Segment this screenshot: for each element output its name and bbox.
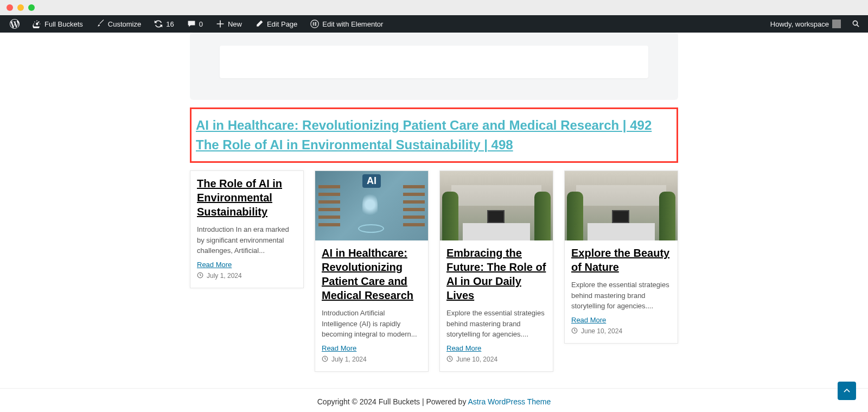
site-name-link[interactable]: Full Buckets [27, 15, 88, 33]
plus-icon [216, 20, 225, 28]
post-title-link[interactable]: Explore the Beauty of Nature [571, 246, 671, 274]
svg-rect-4 [315, 25, 316, 26]
svg-rect-3 [315, 23, 316, 24]
edit-elementor-label: Edit with Elementor [322, 20, 383, 28]
comment-icon [187, 20, 196, 28]
read-more-link[interactable]: Read More [322, 344, 356, 352]
post-title-link[interactable]: Embracing the Future: The Role of AI in … [446, 246, 546, 302]
post-title-link[interactable]: AI in Healthcare: Revolutionizing Patien… [322, 246, 422, 302]
copyright-text: Copyright © 2024 Full Buckets | Powered … [317, 397, 468, 406]
clock-icon [446, 356, 453, 364]
comments-count: 0 [199, 20, 203, 28]
edit-page-label: Edit Page [267, 20, 297, 28]
elementor-icon [310, 20, 319, 28]
post-title-link[interactable]: The Role of AI in Environmental Sustaina… [197, 176, 297, 219]
post-excerpt: Explore the essential strategies behind … [446, 308, 546, 340]
post-date-label: July 1, 2024 [331, 356, 367, 363]
post-thumbnail[interactable] [565, 171, 678, 240]
post-card: The Role of AI in Environmental Sustaina… [190, 170, 304, 288]
greeting-label: Howdy, workspace [770, 20, 829, 28]
new-label: New [228, 20, 242, 28]
post-excerpt: Introduction In an era marked by signifi… [197, 224, 297, 256]
scroll-to-top-button[interactable] [838, 382, 856, 400]
page-body: AI in Healthcare: Revolutionizing Patien… [0, 33, 868, 412]
comments-link[interactable]: 0 [182, 15, 208, 33]
pencil-icon [255, 20, 264, 28]
highlight-link-2[interactable]: The Role of AI in Environmental Sustaina… [196, 135, 672, 155]
updates-link[interactable]: 16 [149, 15, 179, 33]
content-block [190, 33, 678, 100]
post-thumbnail[interactable] [440, 171, 553, 240]
wp-admin-bar: Full Buckets Customize 16 0 New Edit Pag… [0, 15, 868, 33]
maximize-window-button[interactable] [28, 4, 35, 11]
inner-content-box [220, 46, 648, 78]
wp-logo-button[interactable] [4, 15, 25, 33]
window-chrome [0, 0, 868, 15]
post-date: July 1, 2024 [322, 356, 422, 364]
search-button[interactable] [848, 15, 864, 33]
post-date: June 10, 2024 [446, 356, 546, 364]
post-date-label: June 10, 2024 [456, 356, 497, 363]
clock-icon [571, 327, 578, 335]
chevron-up-icon [843, 386, 851, 395]
clock-icon [322, 356, 328, 364]
post-date-label: July 1, 2024 [207, 272, 242, 280]
highlighted-links-box: AI in Healthcare: Revolutionizing Patien… [190, 107, 678, 163]
site-footer: Copyright © 2024 Full Buckets | Powered … [0, 388, 868, 413]
close-window-button[interactable] [7, 4, 13, 11]
wordpress-icon [10, 19, 20, 29]
edit-elementor-link[interactable]: Edit with Elementor [305, 15, 388, 33]
post-excerpt: Explore the essential strategies behind … [571, 280, 671, 312]
clock-icon [197, 272, 203, 280]
read-more-link[interactable]: Read More [197, 261, 232, 269]
post-cards-row: The Role of AI in Environmental Sustaina… [190, 170, 678, 372]
theme-link[interactable]: Astra WordPress Theme [468, 397, 551, 406]
read-more-link[interactable]: Read More [571, 316, 606, 324]
post-card: AI in Healthcare: Revolutionizing Patien… [315, 170, 429, 372]
post-card: Explore the Beauty of Nature Explore the… [564, 170, 678, 344]
read-more-link[interactable]: Read More [446, 344, 481, 352]
post-date: July 1, 2024 [197, 272, 297, 280]
edit-page-link[interactable]: Edit Page [250, 15, 303, 33]
highlight-link-1[interactable]: AI in Healthcare: Revolutionizing Patien… [196, 116, 672, 135]
account-link[interactable]: Howdy, workspace [765, 15, 846, 33]
search-icon [852, 20, 860, 28]
dashboard-icon [33, 20, 41, 28]
svg-rect-1 [313, 22, 314, 26]
customize-label: Customize [108, 20, 141, 28]
post-card: Embracing the Future: The Role of AI in … [439, 170, 553, 372]
svg-rect-2 [315, 22, 316, 23]
post-excerpt: Introduction Artificial Intelligence (AI… [322, 308, 422, 340]
post-thumbnail[interactable] [315, 171, 428, 240]
post-date-label: June 10, 2024 [581, 327, 622, 335]
minimize-window-button[interactable] [17, 4, 24, 11]
site-name-label: Full Buckets [44, 20, 83, 28]
refresh-icon [154, 20, 163, 28]
avatar-icon [832, 20, 841, 28]
updates-count: 16 [166, 20, 174, 28]
new-link[interactable]: New [210, 15, 247, 33]
customize-link[interactable]: Customize [91, 15, 146, 33]
post-date: June 10, 2024 [571, 327, 671, 335]
brush-icon [96, 20, 105, 28]
